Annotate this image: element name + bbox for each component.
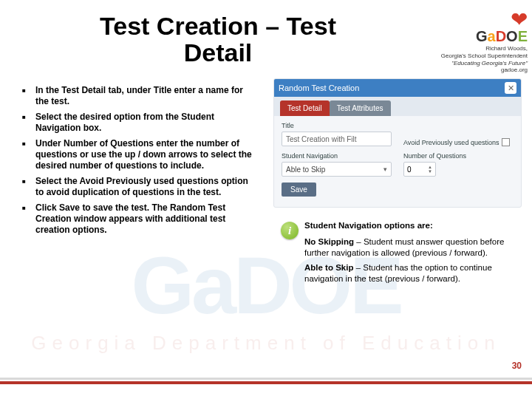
numq-label: Number of Questions	[403, 152, 514, 160]
numq-value: 0	[407, 166, 412, 174]
list-item: Select the desired option from the Stude…	[22, 112, 259, 134]
tab-strip: Test Detail Test Attributes	[274, 97, 521, 116]
brand-block: ❤ GaDOE Richard Woods, Georgia's School …	[409, 12, 528, 74]
brand-line-1: Richard Woods,	[409, 45, 528, 52]
chevron-down-icon: ▾	[383, 166, 387, 173]
side-p1-bold: No Skipping	[304, 237, 354, 246]
list-item: Under Number of Questions enter the numb…	[22, 138, 259, 171]
instruction-list: In the Test Detail tab, under Title ente…	[22, 85, 259, 240]
list-item: Select the Avoid Previously used questio…	[22, 176, 259, 198]
page-number: 30	[512, 361, 522, 371]
nav-select[interactable]: Able to Skip ▾	[282, 162, 392, 177]
tab-test-attributes[interactable]: Test Attributes	[330, 100, 391, 116]
side-info: Student Navigation options are: No Skipp…	[304, 220, 523, 288]
window-titlebar: Random Test Creation ✕	[274, 79, 521, 97]
brand-logo: GaDOE	[409, 28, 528, 45]
stepper-arrows-icon[interactable]: ▲▼	[428, 165, 432, 174]
side-heading-bold: Student Navigation	[304, 221, 382, 230]
brand-line-2: Georgia's School Superintendent	[409, 52, 528, 60]
avoid-label: Avoid Previously used questions	[403, 139, 499, 146]
brand-heart-icon: ❤	[409, 12, 528, 28]
title-label: Title	[282, 122, 392, 129]
window-title: Random Test Creation	[279, 83, 359, 92]
side-heading-rest: options are:	[382, 221, 433, 230]
screenshot-window: Random Test Creation ✕ Test Detail Test …	[273, 78, 522, 208]
list-item: Click Save to save the test. The Random …	[22, 202, 259, 236]
tab-test-detail[interactable]: Test Detail	[280, 100, 330, 116]
title-input[interactable]	[282, 132, 392, 146]
info-icon: i	[281, 222, 299, 239]
brand-line-4: gadoe.org	[409, 66, 528, 74]
nav-label: Student Navigation	[282, 152, 392, 160]
close-icon[interactable]: ✕	[505, 82, 516, 94]
save-button[interactable]: Save	[282, 183, 316, 197]
page-title: Test Creation – Test Detail	[96, 13, 340, 66]
list-item: In the Test Detail tab, under Title ente…	[22, 85, 259, 107]
side-p2-bold: Able to Skip	[304, 263, 353, 272]
nav-value: Able to Skip	[286, 166, 325, 174]
footer-rules	[0, 378, 532, 384]
brand-line-3: "Educating Georgia's Future"	[409, 60, 528, 67]
numq-stepper[interactable]: 0 ▲▼	[403, 162, 436, 177]
watermark-text: Georgia Department of Education	[0, 332, 532, 355]
avoid-checkbox[interactable]	[502, 138, 510, 146]
